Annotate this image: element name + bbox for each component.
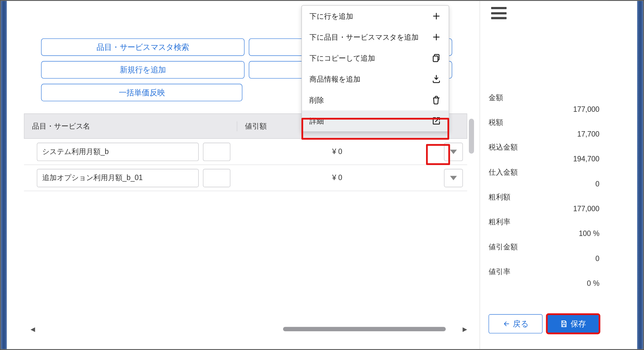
chevron-down-icon bbox=[450, 150, 457, 154]
summary-sidebar: 金額177,000 税額17,700 税込金額194,700 仕入金額0 粗利額… bbox=[479, 1, 608, 349]
ctx-add-product-info[interactable]: 商品情報を追加 bbox=[302, 69, 449, 90]
master-search-button[interactable]: 品目・サービスマスタ検索 bbox=[41, 38, 244, 56]
total-value: 0 % bbox=[489, 279, 600, 288]
hamburger-icon[interactable] bbox=[491, 7, 507, 19]
add-row-button[interactable]: 新規行を追加 bbox=[41, 61, 244, 78]
row-menu-trigger[interactable] bbox=[444, 143, 463, 161]
total-label: 金額 bbox=[489, 92, 600, 103]
svg-rect-1 bbox=[433, 56, 438, 62]
table-row: ¥ 0 bbox=[24, 139, 467, 165]
arrow-left-icon bbox=[503, 320, 510, 328]
row-menu-trigger[interactable] bbox=[444, 169, 463, 187]
total-label: 値引率 bbox=[489, 267, 600, 277]
scroll-left-icon[interactable]: ◀ bbox=[31, 326, 35, 333]
chevron-down-icon bbox=[450, 176, 457, 180]
ctx-details[interactable]: 詳細 bbox=[302, 111, 449, 131]
plus-icon bbox=[432, 32, 441, 42]
ctx-copy-below[interactable]: 下にコピーして追加 bbox=[302, 48, 449, 69]
col-name: 品目・サービス名 bbox=[24, 121, 204, 131]
table-row: ¥ 0 bbox=[24, 165, 467, 191]
total-label: 値引金額 bbox=[489, 242, 600, 252]
total-value: 194,700 bbox=[489, 155, 600, 164]
bulk-price-button[interactable]: 一括単価反映 bbox=[41, 84, 242, 101]
total-label: 粗利額 bbox=[489, 192, 600, 202]
h-scrollbar[interactable]: ◀ ▶ bbox=[31, 325, 467, 333]
total-value: 0 bbox=[489, 254, 600, 263]
ctx-add-row-below[interactable]: 下に行を追加 bbox=[302, 6, 449, 27]
discount-value: ¥ 0 bbox=[230, 173, 444, 182]
total-value: 177,000 bbox=[489, 105, 600, 114]
total-value: 17,700 bbox=[489, 130, 600, 138]
ctx-add-master-below[interactable]: 下に品目・サービスマスタを追加 bbox=[302, 27, 449, 48]
copy-icon bbox=[432, 53, 441, 63]
save-icon bbox=[560, 320, 568, 328]
plus-icon bbox=[432, 11, 441, 21]
row-context-menu: 下に行を追加 下に品目・サービスマスタを追加 下にコピーして追加 商品情報を追加… bbox=[302, 5, 449, 131]
total-value: 177,000 bbox=[489, 205, 600, 213]
v-scrollbar[interactable] bbox=[469, 119, 474, 154]
item-name-input[interactable] bbox=[37, 169, 199, 187]
total-value: 0 bbox=[489, 180, 600, 188]
import-icon bbox=[432, 74, 441, 84]
decor-left bbox=[1, 1, 7, 349]
ctx-delete[interactable]: 削除 bbox=[302, 90, 449, 111]
row-extra-box[interactable] bbox=[203, 143, 230, 161]
row-extra-box[interactable] bbox=[203, 169, 230, 187]
trash-icon bbox=[432, 95, 441, 105]
item-name-input[interactable] bbox=[37, 143, 199, 161]
scroll-thumb[interactable] bbox=[283, 327, 446, 331]
total-value: 100 % bbox=[489, 230, 600, 238]
app-frame: 品目・サービスマスタ検索 見積検索 新規行を追加 新規階層行を 一括単価反映 品… bbox=[0, 0, 644, 350]
total-label: 仕入金額 bbox=[489, 167, 600, 177]
totals-block: 金額177,000 税額17,700 税込金額194,700 仕入金額0 粗利額… bbox=[489, 92, 600, 292]
total-label: 税額 bbox=[489, 118, 600, 128]
total-label: 粗利率 bbox=[489, 217, 600, 227]
save-button[interactable]: 保存 bbox=[546, 314, 599, 333]
decor-right bbox=[637, 1, 643, 349]
discount-value: ¥ 0 bbox=[230, 147, 444, 156]
external-icon bbox=[432, 116, 441, 126]
total-label: 税込金額 bbox=[489, 142, 600, 152]
scroll-right-icon[interactable]: ▶ bbox=[463, 326, 467, 333]
back-button[interactable]: 戻る bbox=[489, 314, 542, 333]
